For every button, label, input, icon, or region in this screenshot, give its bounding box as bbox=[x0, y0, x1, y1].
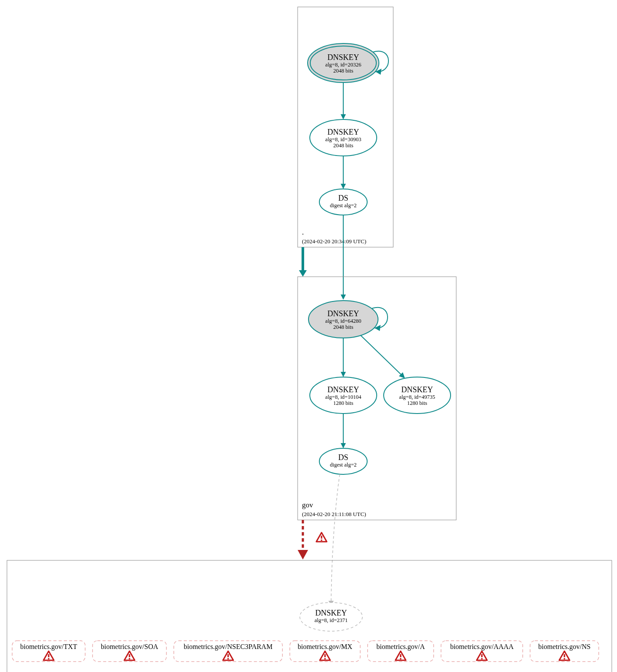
record-aaaa[interactable]: biometrics.gov/AAAA bbox=[441, 641, 523, 662]
record-mx[interactable]: biometrics.gov/MX bbox=[290, 641, 360, 662]
record-ns[interactable]: biometrics.gov/NS bbox=[530, 641, 599, 662]
svg-text:alg=8, id=10104: alg=8, id=10104 bbox=[325, 394, 362, 400]
svg-text:DNSKEY: DNSKEY bbox=[327, 385, 359, 394]
zone-root: . (2024-02-20 20:34:09 UTC) DNSKEY alg=8… bbox=[298, 7, 393, 247]
svg-marker-30 bbox=[341, 372, 346, 377]
svg-marker-13 bbox=[341, 114, 346, 119]
edge-gov-ksk-zsk2 bbox=[361, 335, 403, 376]
svg-text:biometrics.gov/MX: biometrics.gov/MX bbox=[298, 643, 352, 651]
svg-marker-17 bbox=[341, 184, 346, 189]
svg-text:alg=8, id=2371: alg=8, id=2371 bbox=[315, 617, 348, 623]
zone-root-label: . bbox=[302, 228, 304, 236]
warning-icon bbox=[316, 533, 327, 542]
svg-text:DNSKEY: DNSKEY bbox=[315, 609, 347, 617]
svg-text:biometrics.gov/NS: biometrics.gov/NS bbox=[538, 643, 590, 651]
record-nsec3param[interactable]: biometrics.gov/NSEC3PARAM bbox=[174, 641, 282, 662]
svg-text:1280 bits: 1280 bits bbox=[333, 400, 353, 406]
zone-biometrics: biometrics.gov (2024-02-21 00:10:20 UTC)… bbox=[7, 560, 612, 672]
svg-text:biometrics.gov/SOA: biometrics.gov/SOA bbox=[101, 643, 158, 651]
node-gov-zsk2[interactable]: DNSKEY alg=8, id=49735 1280 bits bbox=[384, 377, 451, 414]
node-gov-zsk1[interactable]: DNSKEY alg=8, id=10104 1280 bits bbox=[310, 377, 377, 414]
zone-gov-label: gov bbox=[302, 501, 313, 509]
svg-text:DS: DS bbox=[338, 194, 348, 202]
node-gov-ds[interactable]: DS digest alg=2 bbox=[319, 448, 367, 474]
svg-marker-19 bbox=[341, 295, 346, 300]
svg-text:alg=8, id=20326: alg=8, id=20326 bbox=[325, 62, 362, 68]
svg-text:alg=8, id=30903: alg=8, id=30903 bbox=[325, 136, 362, 142]
node-root-ds[interactable]: DS digest alg=2 bbox=[319, 189, 367, 215]
svg-text:alg=8, id=49735: alg=8, id=49735 bbox=[399, 394, 435, 400]
edge-gov-ds-to-bio-dnskey bbox=[331, 474, 340, 603]
svg-marker-40 bbox=[298, 550, 308, 559]
svg-text:alg=8, id=64280: alg=8, id=64280 bbox=[325, 318, 362, 324]
record-soa[interactable]: biometrics.gov/SOA bbox=[93, 641, 166, 662]
svg-text:DNSKEY: DNSKEY bbox=[401, 385, 433, 394]
node-root-zsk[interactable]: DNSKEY alg=8, id=30903 2048 bits bbox=[310, 119, 377, 156]
svg-text:DNSKEY: DNSKEY bbox=[327, 53, 359, 62]
svg-text:DNSKEY: DNSKEY bbox=[327, 309, 359, 318]
svg-marker-18 bbox=[299, 270, 307, 277]
dnssec-diagram: . (2024-02-20 20:34:09 UTC) DNSKEY alg=8… bbox=[0, 0, 617, 672]
zone-root-timestamp: (2024-02-20 20:34:09 UTC) bbox=[302, 238, 366, 245]
svg-text:biometrics.gov/NSEC3PARAM: biometrics.gov/NSEC3PARAM bbox=[184, 643, 272, 651]
svg-text:digest alg=2: digest alg=2 bbox=[330, 202, 357, 209]
svg-marker-39 bbox=[341, 443, 346, 448]
zone-gov: gov (2024-02-20 21:11:08 UTC) DNSKEY alg… bbox=[298, 277, 456, 520]
zone-gov-timestamp: (2024-02-20 21:11:08 UTC) bbox=[302, 511, 366, 517]
svg-text:digest alg=2: digest alg=2 bbox=[330, 462, 357, 468]
svg-text:1280 bits: 1280 bits bbox=[407, 400, 427, 406]
svg-text:2048 bits: 2048 bits bbox=[333, 324, 353, 330]
svg-text:DNSKEY: DNSKEY bbox=[327, 128, 359, 136]
node-root-ksk[interactable]: DNSKEY alg=8, id=20326 2048 bits bbox=[308, 43, 379, 83]
svg-text:biometrics.gov/A: biometrics.gov/A bbox=[376, 643, 425, 651]
svg-text:biometrics.gov/TXT: biometrics.gov/TXT bbox=[20, 643, 77, 651]
record-a[interactable]: biometrics.gov/A bbox=[368, 641, 434, 662]
svg-text:DS: DS bbox=[338, 453, 348, 462]
svg-text:2048 bits: 2048 bits bbox=[333, 68, 353, 74]
node-gov-ksk[interactable]: DNSKEY alg=8, id=64280 2048 bits bbox=[308, 301, 378, 338]
record-txt[interactable]: biometrics.gov/TXT bbox=[12, 641, 85, 662]
svg-text:2048 bits: 2048 bits bbox=[333, 142, 353, 149]
node-biometrics-dnskey[interactable]: DNSKEY alg=8, id=2371 bbox=[300, 602, 362, 631]
svg-text:biometrics.gov/AAAA: biometrics.gov/AAAA bbox=[450, 643, 514, 651]
